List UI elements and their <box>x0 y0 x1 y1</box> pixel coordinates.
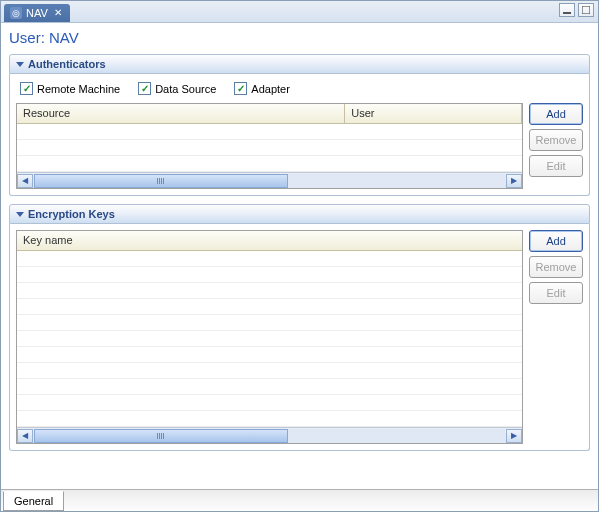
column-user[interactable]: User <box>345 104 522 123</box>
bottom-tabs: General <box>1 489 598 511</box>
section-header-encryption[interactable]: Encryption Keys <box>9 204 590 224</box>
table-row[interactable] <box>17 347 522 363</box>
close-icon[interactable]: ✕ <box>52 7 64 19</box>
table-row[interactable] <box>17 140 522 156</box>
edit-button[interactable]: Edit <box>529 282 583 304</box>
checkbox-label: Adapter <box>251 83 290 95</box>
encryption-table[interactable]: Key name <box>16 230 523 444</box>
table-row[interactable] <box>17 283 522 299</box>
tab-general[interactable]: General <box>3 491 64 511</box>
table-row[interactable] <box>17 379 522 395</box>
table-row[interactable] <box>17 395 522 411</box>
add-button[interactable]: Add <box>529 103 583 125</box>
horizontal-scrollbar[interactable]: ◀ ▶ <box>17 427 522 443</box>
minimize-button[interactable] <box>559 3 575 17</box>
checkmark-icon <box>234 82 247 95</box>
remove-button[interactable]: Remove <box>529 129 583 151</box>
table-row[interactable] <box>17 331 522 347</box>
remove-button[interactable]: Remove <box>529 256 583 278</box>
table-row[interactable] <box>17 299 522 315</box>
checkmark-icon <box>20 82 33 95</box>
checkbox-data-source[interactable]: Data Source <box>138 82 216 95</box>
user-icon: ◎ <box>10 7 22 19</box>
svg-rect-1 <box>582 6 590 14</box>
column-resource[interactable]: Resource <box>17 104 345 123</box>
section-title: Encryption Keys <box>28 208 115 220</box>
column-key-name[interactable]: Key name <box>17 231 522 250</box>
checkbox-remote-machine[interactable]: Remote Machine <box>20 82 120 95</box>
editor-tab[interactable]: ◎ NAV ✕ <box>4 4 70 22</box>
table-row[interactable] <box>17 363 522 379</box>
checkbox-label: Remote Machine <box>37 83 120 95</box>
table-row[interactable] <box>17 124 522 140</box>
maximize-button[interactable] <box>578 3 594 17</box>
table-row[interactable] <box>17 251 522 267</box>
edit-button[interactable]: Edit <box>529 155 583 177</box>
checkbox-adapter[interactable]: Adapter <box>234 82 290 95</box>
tab-label: NAV <box>26 7 48 19</box>
checkmark-icon <box>138 82 151 95</box>
scroll-right-icon[interactable]: ▶ <box>506 174 522 188</box>
section-title: Authenticators <box>28 58 106 70</box>
section-authenticators: Authenticators Remote Machine Data Sourc… <box>9 54 590 196</box>
section-header-authenticators[interactable]: Authenticators <box>9 54 590 74</box>
horizontal-scrollbar[interactable]: ◀ ▶ <box>17 172 522 188</box>
section-encryption-keys: Encryption Keys Key name <box>9 204 590 451</box>
chevron-down-icon <box>16 212 24 217</box>
table-row[interactable] <box>17 315 522 331</box>
scroll-left-icon[interactable]: ◀ <box>17 174 33 188</box>
titlebar: ◎ NAV ✕ <box>1 1 598 23</box>
chevron-down-icon <box>16 62 24 67</box>
authenticators-table[interactable]: Resource User ◀ ▶ <box>16 103 523 189</box>
table-row[interactable] <box>17 267 522 283</box>
page-title: User: NAV <box>9 29 590 46</box>
svg-rect-0 <box>563 12 571 14</box>
table-row[interactable] <box>17 156 522 172</box>
add-button[interactable]: Add <box>529 230 583 252</box>
checkbox-label: Data Source <box>155 83 216 95</box>
scroll-right-icon[interactable]: ▶ <box>506 429 522 443</box>
table-row[interactable] <box>17 411 522 427</box>
scroll-left-icon[interactable]: ◀ <box>17 429 33 443</box>
